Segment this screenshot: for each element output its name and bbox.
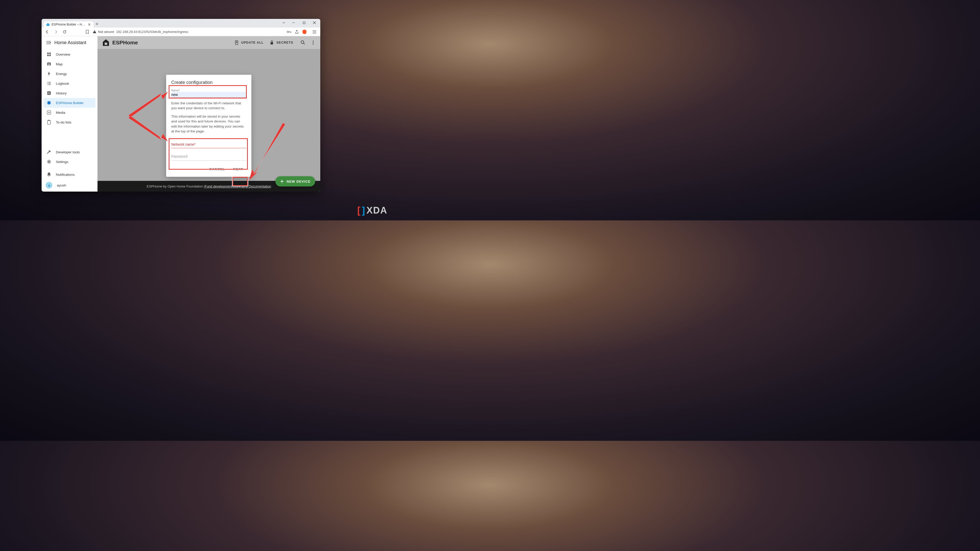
key-icon[interactable] — [286, 29, 292, 35]
sidebar-item-settings[interactable]: Settings — [44, 157, 95, 167]
name-input[interactable] — [171, 92, 246, 98]
sidebar-item-notifications[interactable]: Notifications — [44, 170, 95, 179]
more-menu-icon[interactable] — [310, 40, 316, 45]
share-icon[interactable] — [294, 29, 299, 35]
sidebar-label: Map — [56, 62, 62, 66]
hammer-icon — [47, 150, 51, 154]
user-avatar: a — [46, 182, 52, 189]
back-button[interactable] — [44, 29, 50, 35]
xda-watermark: []XDA — [357, 205, 387, 216]
tab-strip: ESPHome Builder – Home Assis — [41, 19, 320, 27]
dialog-desc-1: Enter the credentials of the Wi-Fi netwo… — [171, 101, 246, 110]
url-bar[interactable]: Not secure 192.168.29.43:8123/5c53de3b_e… — [93, 30, 284, 34]
plus-icon — [280, 179, 284, 183]
chip-icon — [47, 100, 51, 105]
create-config-dialog: Create configuration Name Enter the cred… — [166, 75, 251, 177]
svg-rect-4 — [47, 55, 49, 56]
sidebar-item-todo[interactable]: To-do lists — [44, 118, 95, 127]
sidebar-label: Overview — [56, 52, 70, 56]
sidebar-item-map[interactable]: Map — [44, 59, 95, 69]
tab-title: ESPHome Builder – Home Assis — [52, 23, 86, 26]
address-bar: Not secure 192.168.29.43:8123/5c53de3b_e… — [41, 27, 320, 36]
network-name-label: Network name* — [171, 137, 246, 148]
svg-rect-14 — [48, 121, 51, 124]
brand: ESPHome — [102, 39, 138, 46]
sidebar-collapse-icon[interactable] — [46, 40, 51, 45]
sidebar-item-logbook[interactable]: Logbook — [44, 79, 95, 88]
window-controls — [280, 19, 319, 27]
new-device-button[interactable]: NEW DEVICE — [275, 176, 315, 186]
close-window-button[interactable] — [310, 19, 319, 27]
sidebar-label: Energy — [56, 72, 67, 76]
reload-button[interactable] — [62, 29, 68, 35]
brave-shield-icon[interactable] — [302, 29, 307, 35]
app-body: Home Assistant Overview Map Energy Logbo… — [41, 36, 320, 192]
play-icon — [47, 110, 51, 115]
search-icon[interactable] — [301, 40, 305, 45]
list-icon — [47, 81, 51, 86]
close-tab-icon[interactable] — [88, 23, 91, 26]
sidebar-item-overview[interactable]: Overview — [44, 49, 95, 59]
dialog-title: Create configuration — [171, 80, 246, 85]
sidebar-nav: Overview Map Energy Logbook History ESPH… — [41, 49, 97, 192]
network-name-field[interactable]: Network name* — [171, 137, 246, 148]
minimize-button[interactable] — [289, 19, 298, 27]
svg-point-9 — [47, 83, 48, 84]
esphome-logo-icon — [102, 39, 110, 46]
security-indicator[interactable]: Not secure — [93, 30, 114, 34]
svg-point-1 — [287, 31, 289, 32]
sidebar-item-devtools[interactable]: Developer tools — [44, 147, 95, 157]
svg-rect-20 — [270, 42, 273, 44]
svg-point-10 — [47, 84, 48, 85]
chart-icon — [47, 91, 51, 95]
warning-icon — [93, 30, 97, 34]
password-field[interactable]: Password — [171, 151, 246, 161]
favicon-esphome-icon — [46, 23, 50, 26]
sidebar-item-user[interactable]: aayush — [44, 179, 95, 191]
browser-menu-icon[interactable] — [311, 29, 318, 35]
sidebar-label: ESPHome Builder — [56, 101, 84, 105]
svg-point-23 — [313, 42, 313, 43]
svg-point-8 — [47, 82, 48, 83]
svg-rect-0 — [303, 22, 305, 24]
svg-rect-2 — [47, 52, 49, 54]
maximize-button[interactable] — [299, 19, 309, 27]
svg-rect-3 — [49, 52, 51, 54]
next-button[interactable]: NEXT — [230, 165, 246, 173]
clipboard-icon — [47, 120, 51, 124]
sidebar-item-media[interactable]: Media — [44, 108, 95, 118]
footer-link-docs[interactable]: 2024.12.2 Documentation — [233, 184, 271, 188]
cancel-button[interactable]: CANCEL — [206, 165, 228, 173]
gear-icon — [47, 159, 51, 164]
sidebar-title: Home Assistant — [54, 40, 86, 45]
sidebar-label: To-do lists — [56, 121, 72, 124]
tab-dropdown-icon[interactable] — [280, 19, 288, 27]
sidebar-label: History — [56, 91, 67, 95]
sidebar-item-history[interactable]: History — [44, 88, 95, 98]
bell-icon — [47, 172, 51, 177]
sidebar: Home Assistant Overview Map Energy Logbo… — [41, 36, 97, 192]
user-icon — [47, 62, 51, 66]
svg-rect-18 — [105, 43, 107, 45]
forward-button[interactable] — [53, 29, 59, 35]
new-tab-button[interactable] — [94, 21, 100, 27]
sidebar-label: Developer tools — [56, 150, 80, 154]
sidebar-label: Logbook — [56, 82, 69, 86]
secrets-button[interactable]: SECRETS — [268, 38, 295, 47]
bookmark-icon[interactable] — [84, 29, 90, 35]
update-all-button[interactable]: UPDATE ALL — [232, 38, 265, 47]
sidebar-item-esphome[interactable]: ESPHome Builder — [44, 98, 95, 108]
name-label: Name — [171, 89, 246, 92]
footer-link-fund[interactable]: Fund development — [205, 184, 232, 188]
name-field[interactable]: Name — [171, 89, 246, 98]
browser-window: ESPHome Builder – Home Assis Not secure … — [41, 19, 320, 192]
dashboard-icon — [47, 52, 51, 57]
secrets-label: SECRETS — [277, 41, 293, 44]
svg-point-21 — [301, 41, 304, 44]
sidebar-item-energy[interactable]: Energy — [44, 69, 95, 79]
browser-tab[interactable]: ESPHome Builder – Home Assis — [44, 21, 94, 27]
svg-point-22 — [313, 41, 313, 41]
sidebar-user-name: ayush — [57, 183, 66, 187]
lock-icon — [269, 40, 274, 45]
not-secure-label: Not secure — [98, 30, 114, 34]
